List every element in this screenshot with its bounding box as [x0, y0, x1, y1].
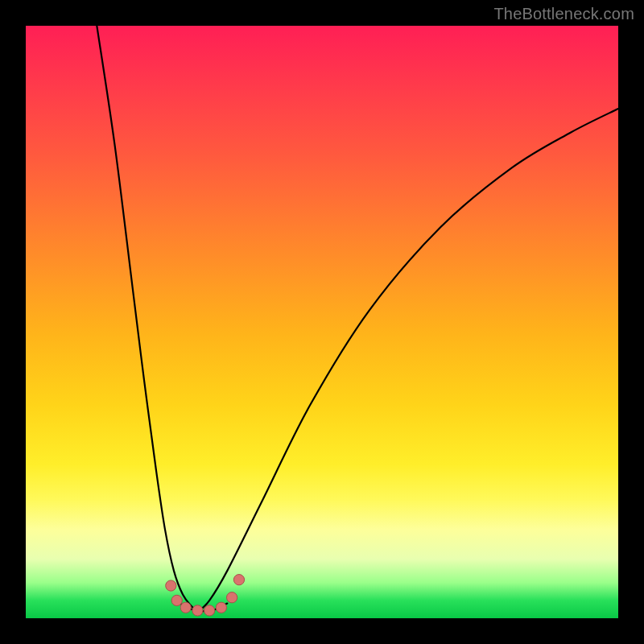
- watermark-text: TheBottleneck.com: [493, 5, 634, 23]
- chart-frame: TheBottleneck.com: [0, 0, 644, 644]
- gradient-background: [26, 26, 618, 618]
